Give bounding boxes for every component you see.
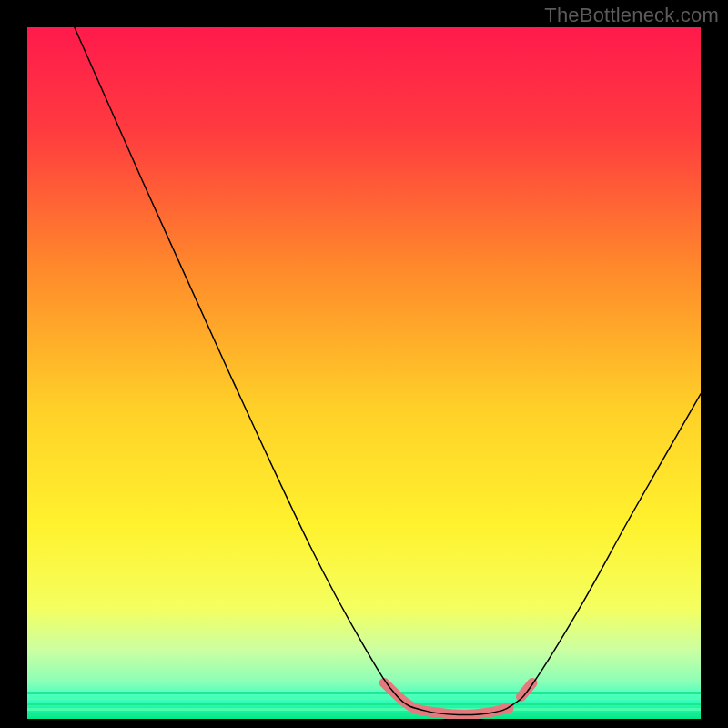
bottleneck-chart [27, 27, 701, 719]
baseline-stripe [27, 713, 701, 716]
baseline-stripe [27, 692, 701, 694]
chart-frame: TheBottleneck.com [0, 0, 728, 728]
baseline-stripe [27, 708, 701, 711]
chart-background [27, 27, 701, 719]
baseline-stripe [27, 697, 701, 700]
baseline-stripe [27, 703, 701, 705]
watermark-text: TheBottleneck.com [544, 4, 719, 27]
